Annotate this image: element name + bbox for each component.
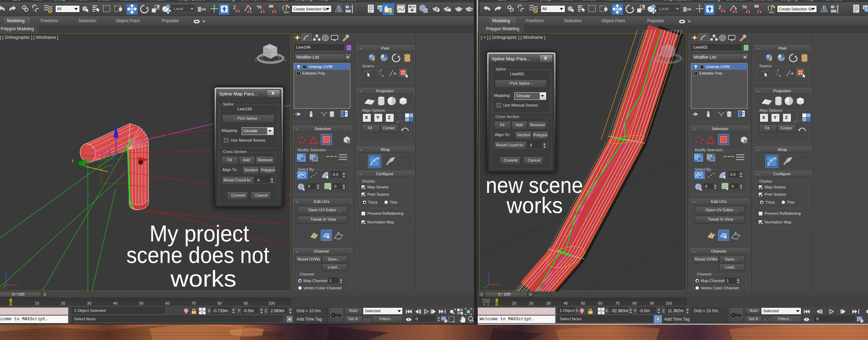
svg-text:FRO: FRO (272, 51, 276, 53)
svg-text:LEFT: LEFT (662, 52, 667, 54)
svg-text:LEFT: LEFT (265, 52, 269, 54)
svg-text:2: 2 (233, 4, 236, 10)
svg-text:works: works (170, 265, 236, 291)
svg-text:x: x (17, 283, 18, 287)
svg-text:ABC: ABC (284, 11, 290, 14)
svg-text:scene does not: scene does not (126, 242, 269, 268)
svg-text:works: works (506, 193, 563, 218)
svg-text:%: % (257, 4, 261, 10)
svg-text:z: z (5, 271, 7, 274)
svg-text:z: z (487, 270, 489, 274)
svg-text:x: x (499, 283, 501, 287)
svg-text:FRO: FRO (669, 51, 674, 53)
svg-text:y: y (72, 158, 74, 163)
svg-text:2: 2 (718, 4, 721, 10)
svg-text:ABC: ABC (769, 11, 775, 14)
svg-text:z: z (115, 118, 117, 123)
svg-text:%: % (742, 4, 747, 10)
